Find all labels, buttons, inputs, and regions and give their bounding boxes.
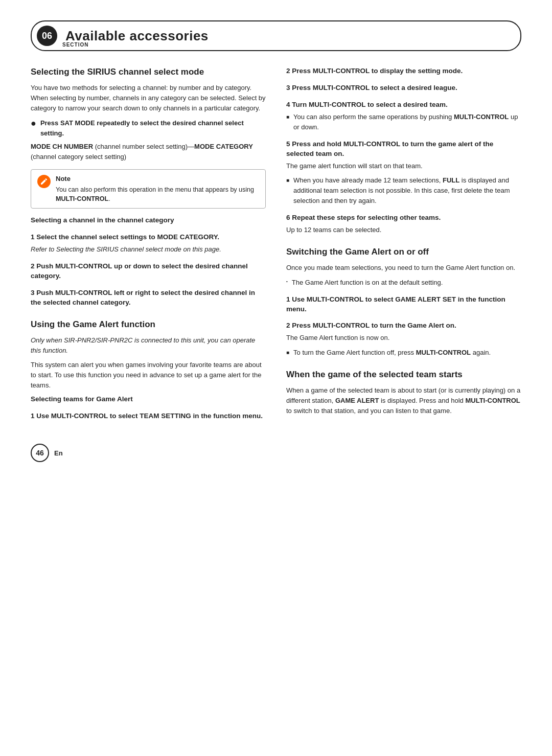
switch-intro: Once you made team selections, you need … xyxy=(286,263,521,273)
mode-category: MODE CATEGORY xyxy=(194,143,253,150)
bullet-sq-1: ■ xyxy=(286,112,289,122)
bullet-satmode: ● Press SAT MODE repeatedly to select th… xyxy=(31,118,266,139)
section-title: Available accessories xyxy=(65,28,209,44)
step6-text: Up to 12 teams can be selected. xyxy=(286,225,521,235)
when-text: When a game of the selected team is abou… xyxy=(286,385,521,416)
step1-italic: Refer to Selecting the SIRIUS channel se… xyxy=(31,244,266,255)
mode-sep: (channel number select setting)— xyxy=(93,143,194,150)
heading-sirius: Selecting the SIRIUS channel select mode xyxy=(31,66,266,78)
step-push-leftright: 3 Push MULTI-CONTROL left or right to se… xyxy=(31,288,266,308)
game-italic: Only when SIR-PNR2/SIR-PNR2C is connecte… xyxy=(31,335,266,356)
bullet-sq-3: ■ xyxy=(286,348,289,358)
step-repeat: 6 Repeat these steps for selecting other… xyxy=(286,213,521,223)
note-content: Note You can also perform this operation… xyxy=(56,174,259,204)
intro-text: You have two methods for selecting a cha… xyxy=(31,83,266,113)
mode-line: MODE CH NUMBER (channel number select se… xyxy=(31,142,266,162)
note-end: . xyxy=(108,195,110,202)
switching-section: Switching the Game Alert on or off Once … xyxy=(286,246,521,287)
section-badge: 06 xyxy=(37,26,57,46)
section-header: 06 Available accessories xyxy=(31,20,521,51)
note-icon xyxy=(37,175,51,188)
right-column: 2 Press MULTI-CONTROL to display the set… xyxy=(286,66,521,423)
note-label: Note xyxy=(56,174,259,184)
note-box: Note You can also perform this operation… xyxy=(31,169,266,209)
heading-channel-category: Selecting a channel in the channel categ… xyxy=(31,216,266,225)
heading-selecting-teams: Selecting teams for Game Alert xyxy=(31,395,266,404)
bullet-sq-2: ■ xyxy=(286,175,289,186)
when-game-section: When the game of the selected team start… xyxy=(286,369,521,417)
mode-end: (channel category select setting) xyxy=(31,153,126,161)
step5-text: The game alert function will start on th… xyxy=(286,161,521,171)
bullet-dot-1: ● xyxy=(31,118,36,129)
page-number: 46 xyxy=(31,444,49,462)
footer-lang: En xyxy=(54,449,63,457)
heading-switching: Switching the Game Alert on or off xyxy=(286,246,521,258)
step-push-updown: 2 Push MULTI-CONTROL up or down to selec… xyxy=(31,262,266,281)
step-display-setting: 2 Press MULTI-CONTROL to display the set… xyxy=(286,66,521,76)
mode-ch-number: MODE CH NUMBER xyxy=(31,143,93,150)
step4-text: You can also perform the same operations… xyxy=(293,112,521,132)
heading-when-game: When the game of the selected team start… xyxy=(286,369,521,380)
note-text: You can also perform this operation in t… xyxy=(56,186,254,193)
bullet-full-note: ■ When you have already made 12 team sel… xyxy=(286,175,521,206)
left-column: Selecting the SIRIUS channel select mode… xyxy=(31,66,266,423)
step-select-team: 4 Turn MULTI-CONTROL to select a desired… xyxy=(286,100,521,110)
step5-note: When you have already made 12 team selec… xyxy=(293,175,521,206)
step-game-alert-on: 5 Press and hold MULTI-CONTROL to turn t… xyxy=(286,140,521,159)
note-bold: MULTI-CONTROL xyxy=(56,195,108,202)
switch-step2-text: The Game Alert function is now on. xyxy=(286,333,521,343)
step-game-alert-set: 1 Use MULTI-CONTROL to select GAME ALERT… xyxy=(286,295,521,314)
game-alert-section: Using the Game Alert function Only when … xyxy=(31,319,266,391)
bullet-multicontrol-updown: ■ You can also perform the same operatio… xyxy=(286,112,521,132)
game-intro: This system can alert you when games inv… xyxy=(31,360,266,391)
bullet-default-setting: • The Game Alert function is on at the d… xyxy=(286,278,521,288)
switch-bullet-text: The Game Alert function is on at the def… xyxy=(292,278,443,288)
step-select-league: 3 Press MULTI-CONTROL to select a desire… xyxy=(286,83,521,93)
step-select-settings: 1 Select the channel select settings to … xyxy=(31,233,266,242)
step-team-setting: 1 Use MULTI-CONTROL to select TEAM SETTI… xyxy=(31,411,266,421)
section-label: Section xyxy=(62,42,88,48)
step-press-turn-on: 2 Press MULTI-CONTROL to turn the Game A… xyxy=(286,321,521,331)
bullet-dot-2: • xyxy=(286,278,288,286)
bullet-satmode-text: Press SAT MODE repeatedly to select the … xyxy=(40,118,266,139)
footer: 46 En xyxy=(31,444,521,462)
bullet-turn-off: ■ To turn the Game Alert function off, p… xyxy=(286,348,521,358)
pencil-icon xyxy=(40,177,48,186)
heading-game-alert: Using the Game Alert function xyxy=(31,319,266,330)
switch-note-text: To turn the Game Alert function off, pre… xyxy=(293,348,491,358)
